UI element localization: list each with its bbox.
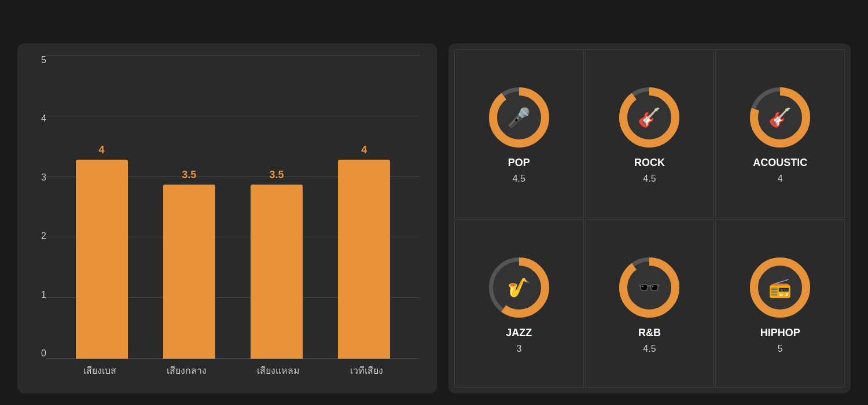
genre-cell-jazz: 🎷JAZZ3 [454, 219, 584, 388]
genre-score-pop: 4.5 [513, 174, 525, 184]
genre-label-rnb: R&B [638, 327, 661, 339]
bar-value: 4 [99, 144, 105, 156]
bar-value: 4 [361, 144, 367, 156]
donut-wrapper-acoustic: 🎸 [745, 83, 815, 152]
genre-icon-jazz: 🎷 [507, 277, 531, 299]
x-label: เวทีเสียง [350, 363, 383, 378]
genre-score-rock: 4.5 [643, 174, 656, 184]
x-label: เสียงกลาง [167, 363, 207, 378]
x-label: เสียงเบส [83, 363, 116, 378]
y-label: 0 [29, 348, 46, 359]
bar-group: 3.5 [163, 169, 215, 359]
chart-main: 43.53.54 เสียงเบสเสียงกลางเสียงแหลมเวทีเ… [46, 55, 420, 382]
genre-icon-acoustic: 🎸 [768, 106, 792, 128]
genre-cell-hiphop: 📻HIPHOP5 [715, 219, 845, 388]
genre-score-hiphop: 5 [778, 344, 783, 354]
genre-label-acoustic: ACOUSTIC [753, 157, 807, 169]
genre-score-jazz: 3 [516, 344, 521, 354]
bar [76, 160, 128, 359]
bar-value: 3.5 [270, 169, 284, 181]
bars-container: 43.53.54 [46, 55, 420, 359]
bar-group: 4 [76, 144, 128, 359]
bar-chart-panel: 543210 43.53.54 เสียงเบสเสียงกลางเสียงแห… [17, 43, 437, 393]
y-label: 5 [29, 55, 46, 65]
y-label: 3 [29, 172, 46, 183]
y-axis: 543210 [29, 55, 46, 382]
genre-cell-rnb: 🕶️R&B4.5 [585, 219, 715, 388]
x-label: เสียงแหลม [257, 363, 300, 378]
donut-wrapper-pop: 🎤 [484, 83, 554, 152]
genre-label-jazz: JAZZ [506, 327, 532, 339]
genre-icon-rnb: 🕶️ [638, 277, 661, 299]
genre-icon-rock: 🎸 [638, 106, 661, 128]
genre-score-acoustic: 4 [778, 174, 783, 184]
genre-cell-acoustic: 🎸ACOUSTIC4 [715, 49, 845, 218]
genre-label-hiphop: HIPHOP [760, 327, 800, 339]
y-label: 4 [29, 113, 46, 124]
genre-icon-pop: 🎤 [507, 106, 531, 128]
genre-score-rnb: 4.5 [643, 344, 656, 354]
genre-label-rock: ROCK [634, 157, 665, 169]
bar [338, 160, 390, 359]
bar-group: 4 [338, 144, 390, 359]
x-labels: เสียงเบสเสียงกลางเสียงแหลมเวทีเสียง [46, 359, 420, 382]
donut-wrapper-hiphop: 📻 [745, 253, 815, 322]
genre-cell-pop: 🎤POP4.5 [454, 49, 584, 218]
genre-cell-rock: 🎸ROCK4.5 [585, 49, 715, 218]
y-label: 2 [29, 231, 46, 241]
bar-group: 3.5 [251, 169, 303, 359]
donut-wrapper-rock: 🎸 [615, 83, 684, 152]
genre-label-pop: POP [508, 157, 530, 169]
donut-wrapper-jazz: 🎷 [484, 253, 554, 322]
y-label: 1 [29, 290, 46, 300]
bar [251, 185, 303, 359]
bar [163, 185, 215, 359]
genre-icon-hiphop: 📻 [768, 277, 792, 299]
donut-wrapper-rnb: 🕶️ [615, 253, 684, 322]
genre-panel: 🎤POP4.5🎸ROCK4.5🎸ACOUSTIC4🎷JAZZ3🕶️R&B4.5📻… [448, 43, 851, 393]
bar-value: 3.5 [182, 169, 196, 181]
